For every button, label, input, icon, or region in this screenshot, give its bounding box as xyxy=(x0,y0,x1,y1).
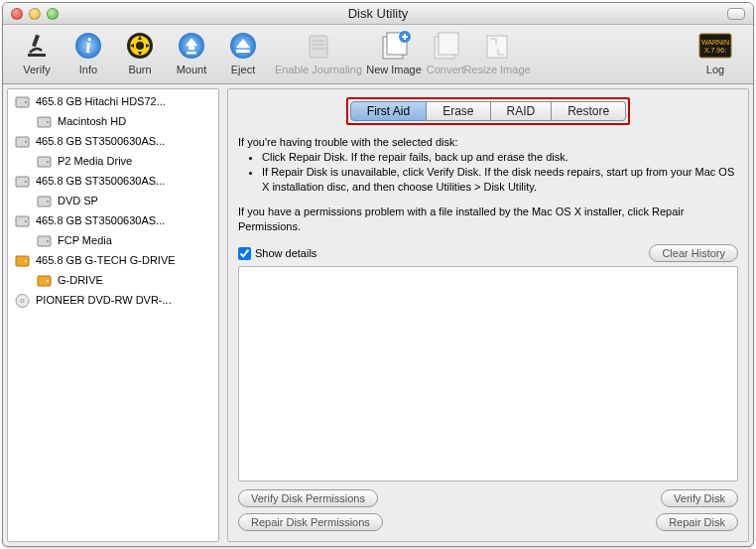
sidebar-item[interactable]: P2 Media Drive xyxy=(8,151,218,171)
svg-rect-21 xyxy=(699,34,731,58)
internal-disk-icon xyxy=(14,173,30,189)
log-area[interactable] xyxy=(238,266,738,481)
window-title: Disk Utility xyxy=(3,6,753,21)
sidebar-item[interactable]: PIONEER DVD-RW DVR-... xyxy=(8,290,218,310)
verify-permissions-button[interactable]: Verify Disk Permissions xyxy=(238,489,378,507)
svg-rect-8 xyxy=(187,52,196,55)
svg-rect-0 xyxy=(32,35,40,48)
button-row-2: Repair Disk Permissions Repair Disk xyxy=(238,513,738,531)
toolbar-resize-image-button: Resize Image xyxy=(473,29,521,75)
titlebar: Disk Utility xyxy=(3,3,753,25)
svg-point-39 xyxy=(47,240,49,242)
svg-point-37 xyxy=(25,220,27,222)
sidebar-item[interactable]: 465.8 GB ST3500630AS... xyxy=(8,131,218,151)
verify-disk-button[interactable]: Verify Disk xyxy=(661,489,738,507)
svg-rect-30 xyxy=(38,157,51,167)
internal-disk-icon xyxy=(14,212,30,228)
internal-disk-icon xyxy=(14,133,30,149)
svg-rect-42 xyxy=(38,276,51,286)
sidebar-item[interactable]: 465.8 GB ST3500630AS... xyxy=(8,171,218,191)
tab-bar: First AidEraseRAIDRestore xyxy=(350,101,626,121)
convert-icon xyxy=(429,29,462,63)
svg-point-35 xyxy=(47,201,49,203)
show-details-checkbox[interactable] xyxy=(238,247,251,260)
tab-first-aid[interactable]: First Aid xyxy=(350,101,427,121)
svg-rect-40 xyxy=(16,256,29,266)
toolbar-new-image-button[interactable]: New Image xyxy=(370,29,418,75)
sidebar-item-label: 465.8 GB Hitachi HDS72... xyxy=(36,95,166,107)
help-intro: If you're having trouble with the select… xyxy=(238,135,738,150)
sidebar-item-label: 465.8 GB ST3500630AS... xyxy=(36,135,165,147)
toolbar-eject-button[interactable]: Eject xyxy=(219,29,267,75)
sidebar-item-label: PIONEER DVD-RW DVR-... xyxy=(36,294,172,306)
burn-icon xyxy=(123,29,157,63)
toolbar-label: Info xyxy=(79,64,97,75)
svg-point-6 xyxy=(136,42,144,50)
sidebar-item[interactable]: 465.8 GB Hitachi HDS72... xyxy=(8,91,218,111)
tab-restore[interactable]: Restore xyxy=(552,101,626,121)
main-panel: First AidEraseRAIDRestore If you're havi… xyxy=(227,88,749,542)
toolbar-label: Eject xyxy=(231,64,255,75)
svg-point-25 xyxy=(25,101,27,103)
resize-icon xyxy=(480,29,514,63)
repair-permissions-button[interactable]: Repair Disk Permissions xyxy=(238,513,383,531)
toolbar-burn-button[interactable]: Burn xyxy=(116,29,164,75)
show-details-label[interactable]: Show details xyxy=(255,247,316,259)
sidebar-item-label: DVD SP xyxy=(58,195,98,206)
help-text: If you're having trouble with the select… xyxy=(238,135,738,234)
sidebar-item[interactable]: Macintosh HD xyxy=(8,111,218,131)
svg-rect-28 xyxy=(16,137,29,147)
sidebar-item[interactable]: G-DRIVE xyxy=(8,270,218,290)
tab-raid[interactable]: RAID xyxy=(491,101,553,121)
svg-text:X.7.96:: X.7.96: xyxy=(704,47,726,54)
internal-disk-icon xyxy=(36,193,52,208)
svg-point-45 xyxy=(21,299,24,302)
internal-disk-icon xyxy=(14,93,30,109)
content-area: 465.8 GB Hitachi HDS72...Macintosh HD465… xyxy=(3,84,753,546)
toolbar-verify-button[interactable]: Verify xyxy=(13,29,61,75)
help-bullet: If Repair Disk is unavailable, click Ver… xyxy=(262,165,738,195)
help-bullet: Click Repair Disk. If the repair fails, … xyxy=(262,150,738,165)
svg-text:i: i xyxy=(85,35,91,57)
toolbar-label: Verify xyxy=(23,64,51,75)
toolbar-label: Convert xyxy=(427,64,465,75)
disk-utility-window: Disk Utility VerifyiInfoBurnMountEjectEn… xyxy=(2,2,754,547)
sidebar-item-label: G-DRIVE xyxy=(58,274,103,286)
sidebar-item[interactable]: FCP Media xyxy=(8,230,218,250)
svg-point-27 xyxy=(47,121,49,123)
microscope-icon xyxy=(20,29,54,63)
eject-icon xyxy=(226,29,260,63)
journal-icon xyxy=(302,29,335,63)
toolbar: VerifyiInfoBurnMountEjectEnable Journali… xyxy=(3,25,753,84)
svg-text:WARNIN: WARNIN xyxy=(701,39,729,46)
repair-disk-button[interactable]: Repair Disk xyxy=(656,513,738,531)
toolbar-convert-button: Convert xyxy=(422,29,469,75)
toolbar-info-button[interactable]: iInfo xyxy=(64,29,112,75)
sidebar-item-label: P2 Media Drive xyxy=(58,155,132,167)
help-permissions: If you have a permissions problem with a… xyxy=(238,205,738,234)
svg-rect-36 xyxy=(16,216,29,226)
toolbar-log-button[interactable]: WARNINX.7.96:Log xyxy=(692,29,739,75)
sidebar-item[interactable]: DVD SP xyxy=(8,191,218,210)
disk-sidebar[interactable]: 465.8 GB Hitachi HDS72...Macintosh HD465… xyxy=(7,88,219,542)
svg-point-29 xyxy=(25,141,27,143)
svg-rect-38 xyxy=(38,236,51,246)
external-disk-icon xyxy=(14,252,30,268)
mount-icon xyxy=(175,29,208,63)
svg-rect-1 xyxy=(28,54,46,57)
svg-point-31 xyxy=(47,161,49,163)
sidebar-item[interactable]: 465.8 GB ST3500630AS... xyxy=(8,210,218,230)
toolbar-mount-button[interactable]: Mount xyxy=(168,29,215,75)
sidebar-item[interactable]: 465.8 GB G-TECH G-DRIVE xyxy=(8,250,218,270)
clear-history-button[interactable]: Clear History xyxy=(649,244,738,262)
toolbar-toggle-button[interactable] xyxy=(727,8,745,20)
new-image-icon xyxy=(377,29,411,63)
sidebar-item-label: 465.8 GB G-TECH G-DRIVE xyxy=(36,254,176,266)
toolbar-label: Log xyxy=(706,64,724,75)
svg-point-41 xyxy=(25,260,27,262)
details-row: Show details Clear History xyxy=(238,244,738,262)
log-icon: WARNINX.7.96: xyxy=(698,29,732,63)
toolbar-label: Mount xyxy=(177,64,207,75)
tab-erase[interactable]: Erase xyxy=(427,101,490,121)
optical-disk-icon xyxy=(14,292,30,308)
